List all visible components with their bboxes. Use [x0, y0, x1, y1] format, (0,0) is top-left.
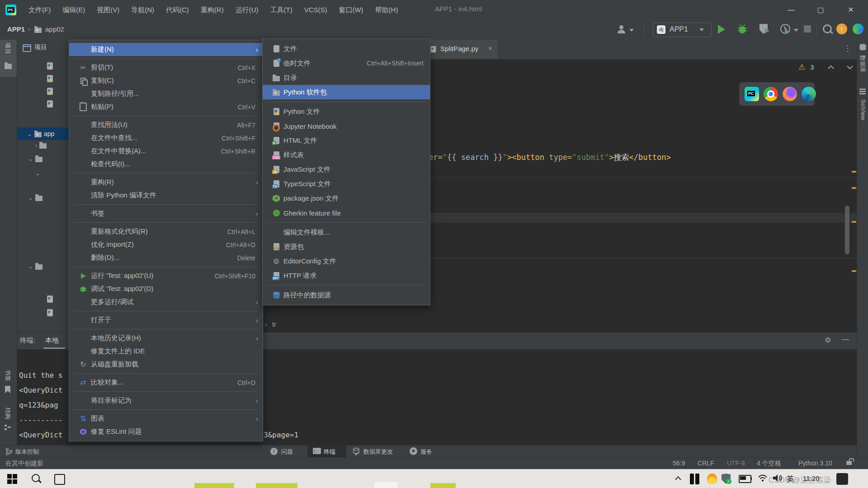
menu-help[interactable]: 帮助(H) [369, 0, 404, 20]
chevron-expanded-icon[interactable]: ⌄ [27, 131, 32, 137]
tab-options-kebab-icon[interactable]: ⋮ [844, 43, 852, 53]
tree-row[interactable]: ⌄ [17, 263, 42, 270]
menu-item-copy-path[interactable]: 复制路径/引用... [69, 87, 263, 100]
submenu-item-directory[interactable]: 目录 [263, 70, 430, 85]
status-caret-position[interactable]: 56:9 [673, 460, 685, 467]
tray-app-icon[interactable] [695, 474, 699, 484]
breadcrumb-item[interactable]: app02 [45, 25, 64, 33]
gradient-sphere-icon[interactable] [853, 23, 863, 34]
status-line-ending[interactable]: CRLF [698, 460, 714, 467]
breadcrumb-project[interactable]: APP1 [7, 25, 25, 33]
battery-icon[interactable] [739, 475, 751, 483]
tree-row[interactable]: ⌄ [17, 155, 42, 162]
menu-code[interactable]: 代码(C) [160, 0, 195, 20]
prev-warning-chevron-icon[interactable] [827, 65, 835, 70]
tree-row[interactable]: › [17, 142, 47, 149]
more-run-caret-icon[interactable] [794, 29, 798, 32]
taskbar-search-icon[interactable] [32, 474, 40, 482]
tree-python-file-icon[interactable] [47, 75, 53, 84]
menu-item-more-run-debug[interactable]: 更多运行/调试› [69, 296, 263, 309]
menu-item-optimize-imports[interactable]: 优化 import(Z)Ctrl+Alt+O [69, 238, 263, 251]
database-icon[interactable] [859, 43, 867, 52]
wifi-icon[interactable] [758, 474, 768, 482]
submenu-item-package-json[interactable]: JSpackage.json 文件 [263, 191, 430, 206]
menu-item-open-in[interactable]: 打开于› [69, 314, 263, 327]
search-everywhere-icon[interactable] [823, 24, 832, 33]
stripe-sciview-label[interactable]: SciView [860, 99, 867, 120]
submenu-item-typescript-file[interactable]: TSTypeScript 文件 [263, 177, 430, 191]
start-button-icon[interactable] [7, 474, 17, 484]
editor-tab-splitpage[interactable]: SplitPage.py × [425, 40, 499, 59]
taskbar-app-icon[interactable] [374, 482, 398, 488]
warning-count[interactable]: 3 [810, 63, 814, 71]
submenu-item-editorconfig[interactable]: ⚙EditorConfig 文件 [263, 254, 430, 268]
menu-view[interactable]: 视图(V) [91, 0, 125, 20]
submenu-item-jupyter-notebook[interactable]: Jupyter Notebook [263, 119, 430, 133]
submenu-item-edit-file-templates[interactable]: 编辑文件模板... [263, 225, 430, 239]
error-stripe-mark[interactable] [852, 270, 856, 272]
stripe-bookmarks-button[interactable]: 书签 [0, 368, 17, 398]
menu-item-paste[interactable]: 粘贴(P)Ctrl+V [69, 100, 263, 113]
menu-file[interactable]: 文件(F) [23, 0, 57, 20]
pycharm-browser-icon[interactable]: PC [745, 87, 759, 101]
menu-tools[interactable]: 工具(T) [264, 0, 298, 20]
menu-run[interactable]: 运行(U) [230, 0, 264, 20]
chrome-icon[interactable] [764, 87, 778, 101]
sciview-grid-icon[interactable] [859, 89, 866, 94]
tree-python-file-icon[interactable] [47, 309, 53, 318]
next-warning-chevron-icon[interactable] [846, 65, 854, 70]
chevron-collapsed-icon[interactable]: › [35, 142, 37, 149]
tab-close-icon[interactable]: × [488, 44, 492, 52]
tab-services[interactable]: 服务 [420, 448, 432, 456]
tree-python-file-icon[interactable] [47, 62, 53, 71]
menu-item-copy[interactable]: 复制(C)Ctrl+C [69, 74, 263, 87]
status-indent[interactable]: 4 个空格 [757, 460, 781, 468]
update-available-icon[interactable]: ↑ [836, 23, 847, 34]
taskbar-app-icon[interactable] [256, 483, 297, 488]
status-interpreter[interactable]: Python 3.10 [798, 460, 832, 467]
tray-flame-icon[interactable] [707, 474, 717, 484]
tab-terminal[interactable]: 终端 [324, 448, 335, 456]
stripe-project-button[interactable]: 项目 [0, 40, 17, 77]
menu-item-run-test[interactable]: 运行 'Test: app02'(U)Ctrl+Shift+F10 [69, 269, 263, 282]
taskbar-app-icon[interactable] [194, 483, 234, 488]
tray-dark-app-icon[interactable] [836, 473, 848, 485]
code-line[interactable]: er="{{ search }}"><button type="submit">… [429, 152, 671, 163]
tab-database-changes[interactable]: 数据库更改 [363, 448, 393, 456]
user-dropdown-caret-icon[interactable] [629, 29, 634, 32]
stripe-version-control[interactable]: 版本控制 [15, 448, 39, 456]
terminal-minimize-icon[interactable]: — [842, 335, 849, 343]
menu-item-cut[interactable]: ✂剪切(T)Ctrl+X [69, 61, 263, 74]
submenu-item-python-file[interactable]: Python 文件 [263, 104, 430, 119]
menu-item-mark-directory-as[interactable]: 将目录标记为› [69, 394, 263, 407]
menu-item-clean-python[interactable]: 清除 Python 编译文件 [69, 189, 263, 202]
terminal-settings-gear-icon[interactable]: ⚙ [825, 336, 831, 344]
error-stripe-mark[interactable] [852, 187, 856, 189]
tree-python-file-icon[interactable] [47, 296, 53, 305]
task-view-icon[interactable] [54, 474, 65, 485]
chevron-expanded-icon[interactable]: ⌄ [35, 170, 40, 177]
status-encoding[interactable]: UTF-8 [727, 460, 745, 467]
minimize-button[interactable]: — [781, 0, 802, 20]
menu-item-find-in-files[interactable]: 在文件中查找...Ctrl+Shift+F [69, 131, 263, 145]
menu-item-fix-eslint[interactable]: 修复 ESLint 问题 [69, 425, 263, 438]
menu-item-reformat-code[interactable]: 重新格式化代码(R)Ctrl+Alt+L [69, 225, 263, 238]
tree-row[interactable]: ⌄ [17, 194, 42, 201]
tray-expand-chevron-icon[interactable] [675, 476, 682, 480]
tree-python-file-icon[interactable] [47, 88, 53, 97]
menu-window[interactable]: 窗口(W) [333, 0, 369, 20]
warning-icon[interactable]: ⚠ [798, 62, 805, 72]
terminal-tab-local[interactable]: 本地 [45, 336, 59, 345]
firefox-icon[interactable] [783, 87, 797, 101]
submenu-item-javascript-file[interactable]: JSJavaScript 文件 [263, 162, 430, 177]
user-account-icon[interactable] [618, 25, 626, 33]
chevron-expanded-icon[interactable]: ⌄ [28, 194, 33, 201]
submenu-item-http-request[interactable]: APIHTTP 请求 [263, 268, 430, 283]
tab-problems[interactable]: 问题 [281, 448, 293, 456]
stop-button[interactable] [804, 25, 811, 33]
editor-scrollbar-thumb[interactable] [845, 206, 849, 254]
submenu-item-data-source[interactable]: 路径中的数据源 [263, 288, 430, 302]
tree-python-file-icon[interactable] [47, 100, 53, 109]
submenu-item-python-package[interactable]: Python 软件包 [263, 85, 430, 99]
menu-item-debug-test[interactable]: 调试 'Test: app02'(D) [69, 282, 263, 296]
